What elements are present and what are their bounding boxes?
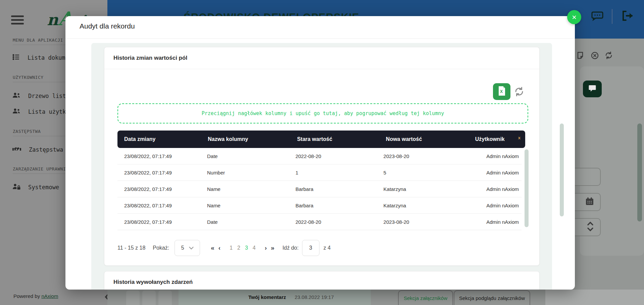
cell-nazwa-kolumny: Name (207, 186, 295, 192)
page-number-4[interactable]: 4 (250, 245, 258, 251)
tab-attachments-section[interactable]: Sekcja załączników (398, 290, 453, 305)
cell-nowa-wartosc: 5 (384, 170, 472, 175)
cell-data-zmiany: 23/08/2022, 07:17:49 (124, 219, 207, 225)
powered-by: Powered by nAxiom (13, 293, 58, 299)
page-number-3-current[interactable]: 3 (243, 245, 250, 251)
sidebar-item-drzewo-listy[interactable]: Drzewo list (12, 91, 66, 101)
calendar-icon (585, 197, 594, 207)
comment-bar: Twój komentarz 23.08.2022 19:17 (179, 290, 371, 305)
modal-close-button[interactable]: ✕ (567, 10, 581, 24)
cell-stara-wartosc: Barbara (295, 203, 383, 208)
hamburger-menu-button[interactable] (11, 15, 24, 24)
table-row: 23/08/2022, 07:17:49 Name Barbara Katarz… (117, 197, 522, 214)
users-icon (12, 91, 21, 101)
cell-uzytkownik: Admin nAxiom (472, 219, 519, 225)
cell-nazwa-kolumny: Date (207, 153, 295, 159)
note-icon[interactable] (577, 51, 585, 60)
page-number-2[interactable]: 2 (235, 245, 243, 251)
column-header-nowa-wartosc[interactable]: Nowa wartość (386, 136, 475, 142)
tab-attachments-preview-section[interactable]: Sekcja podglądu załączników (454, 290, 530, 305)
background-toolbar-button (142, 291, 156, 305)
table-row: 23/08/2022, 07:17:49 Date 2022-08-20 202… (117, 214, 522, 230)
cell-nowa-wartosc: 2023-08-20 (384, 219, 472, 225)
page-size-select[interactable]: 5 (175, 240, 200, 256)
naxiom-link[interactable]: nAxiom (41, 293, 58, 299)
sidebar-item-label: Lista użytk (28, 108, 66, 115)
excel-file-icon: X (498, 86, 506, 97)
audit-modal: Audyt dla rekordu Historia zmian wartośc… (65, 16, 575, 290)
cell-stara-wartosc: 2022-08-20 (295, 153, 383, 159)
divider (104, 69, 539, 69)
cell-nazwa-kolumny: Number (207, 170, 295, 175)
stepper-chevrons-icon (587, 221, 594, 234)
sidebar-item-lista-dokumentow[interactable]: Lista dokum (12, 53, 65, 62)
close-icon: ✕ (572, 14, 577, 21)
app-root: nAxiom MENU DLA APLIKACJI Lista dokum UŻ… (0, 0, 644, 305)
chevron-down-icon (189, 245, 194, 251)
sidebar-item-label: Zastępstwa (29, 146, 63, 153)
audit-table-body: 23/08/2022, 07:17:49 Date 2022-08-20 202… (117, 148, 522, 230)
page-scrollbar-thumb[interactable] (637, 123, 642, 221)
sidebar-item-label: Drzewo list (28, 93, 66, 99)
page-size-label: Pokaż: (153, 245, 169, 251)
goto-page-label: Idź do: (283, 245, 299, 251)
header-clear-icon[interactable]: x (518, 135, 521, 140)
sidebar-item-systemowe[interactable]: Systemowe (12, 183, 59, 192)
svg-text:X: X (500, 89, 503, 94)
next-page-button[interactable]: › (263, 244, 269, 252)
user-lock-icon (12, 183, 21, 192)
table-refresh-button[interactable] (514, 87, 525, 97)
group-dropzone[interactable]: Przeciągnij nagłówek kolumny i upuść go … (117, 103, 528, 123)
column-header-data-zmiany[interactable]: Data zmiany (124, 136, 208, 142)
modal-scrollbar-thumb[interactable] (560, 123, 564, 216)
column-header-stara-wartosc[interactable]: Stara wartość (297, 136, 386, 142)
refresh-icon[interactable] (604, 51, 613, 60)
cell-uzytkownik: Admin nAxiom (472, 203, 519, 208)
sidebar-item-zastepstwa[interactable]: Zastępstwa (12, 145, 63, 154)
cell-data-zmiany: 23/08/2022, 07:17:49 (124, 153, 207, 159)
chat-bubble-icon (590, 9, 604, 24)
column-header-uzytkownik[interactable]: Użytkownik (475, 136, 523, 142)
cell-stara-wartosc: Barbara (295, 186, 383, 192)
cell-data-zmiany: 23/08/2022, 07:17:49 (124, 186, 207, 192)
pagination: 11 - 15 z 18 Pokaż: 5 « ‹ 1 2 3 4 › » Id… (117, 239, 331, 257)
background-toolbar-button (126, 291, 140, 305)
table-row: 23/08/2022, 07:17:49 Date 2022-08-20 202… (117, 148, 522, 164)
last-page-button[interactable]: » (269, 244, 277, 252)
list-icon (12, 53, 20, 62)
comment-timestamp: 23.08.2022 19:17 (295, 294, 334, 300)
excel-export-button[interactable]: X (493, 83, 510, 100)
logout-button[interactable] (620, 9, 635, 24)
help-circle-icon[interactable] (591, 51, 599, 60)
cell-data-zmiany: 23/08/2022, 07:17:49 (124, 170, 207, 175)
background-panel-edge (545, 290, 644, 305)
cell-uzytkownik: Admin nAxiom (472, 170, 519, 175)
dropzone-hint: Przeciągnij nagłówek kolumny i upuść go … (202, 110, 444, 116)
column-header-nazwa-kolumny[interactable]: Nazwa kolumny (208, 136, 297, 142)
pagination-range-label: 11 - 15 z 18 (117, 245, 145, 251)
cell-nowa-wartosc: 2023-08-20 (384, 153, 472, 159)
comment-author-label: Twój komentarz (248, 294, 286, 300)
table-row: 23/08/2022, 07:17:49 Number 1 5 Admin nA… (117, 164, 522, 181)
page-number-1[interactable]: 1 (227, 245, 235, 251)
table-scrollbar-thumb[interactable] (525, 149, 529, 227)
first-page-button[interactable]: « (209, 244, 216, 252)
field-history-card: Historia zmian wartości pól X Przeciągni… (104, 47, 540, 266)
cell-data-zmiany: 23/08/2022, 07:17:49 (124, 203, 207, 208)
sidebar-item-label: Lista dokum (28, 54, 65, 61)
sidebar-item-lista-uzytkownikow[interactable]: Lista użytk (12, 107, 66, 116)
handshake-icon (12, 145, 21, 154)
total-pages-label: z 4 (324, 245, 331, 251)
card-title: Historia zmian wartości pól (113, 55, 187, 61)
cell-nazwa-kolumny: Name (207, 203, 295, 208)
events-history-card: Historia wywołanych zdarzeń (104, 271, 540, 290)
prev-page-button[interactable]: ‹ (216, 244, 222, 252)
chat-button[interactable] (590, 9, 604, 24)
card-title: Historia wywołanych zdarzeń (113, 279, 193, 286)
table-header-row: Data zmiany Nazwa kolumny Stara wartość … (117, 131, 525, 148)
cell-stara-wartosc: 1 (295, 170, 383, 175)
page-size-value: 5 (181, 245, 184, 251)
background-toolbar-button (158, 291, 172, 305)
comments-fab[interactable] (583, 81, 602, 97)
goto-page-input[interactable] (302, 240, 319, 256)
